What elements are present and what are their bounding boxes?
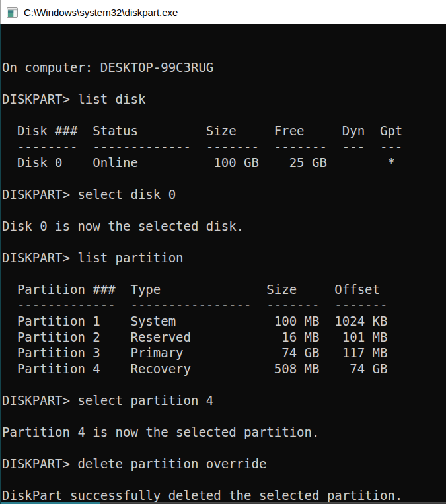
console-icon xyxy=(7,7,18,18)
console-window: C:\Windows\system32\diskpart.exe On comp… xyxy=(0,0,446,504)
terminal[interactable]: On computer: DESKTOP-99C3RUG DISKPART> l… xyxy=(0,24,446,504)
window-title: C:\Windows\system32\diskpart.exe xyxy=(24,7,178,18)
titlebar[interactable]: C:\Windows\system32\diskpart.exe xyxy=(0,0,446,24)
terminal-output: On computer: DESKTOP-99C3RUG DISKPART> l… xyxy=(2,59,446,503)
